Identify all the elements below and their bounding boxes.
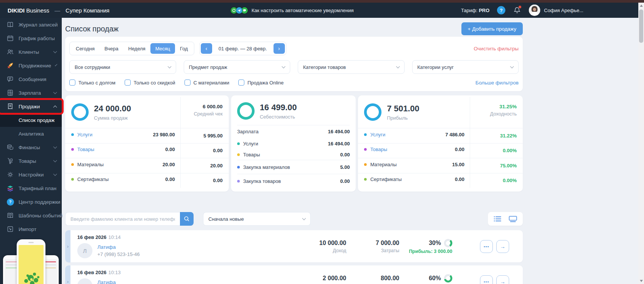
dot-icon <box>364 133 367 136</box>
scroll-up-icon[interactable] <box>640 5 643 7</box>
handtruck-icon <box>6 157 14 165</box>
cost-card: 16 499.00Себестоимость Зарплата16 494.00… <box>231 95 356 192</box>
chevron-down-icon <box>167 64 171 68</box>
sidebar-item-promotion[interactable]: Продвижение <box>0 59 62 72</box>
sales-sum-card: 24 000.00Сумма продаж 6 000.00Средний че… <box>65 95 229 192</box>
sale-date: 16 фев 2026 <box>77 234 106 240</box>
avatar <box>529 5 540 16</box>
sidebar-item-tariff-plan[interactable]: Тарифный план <box>0 181 62 195</box>
expand-row-handle[interactable]: › <box>65 230 70 262</box>
checkbox-with-debt[interactable]: Только с долгом <box>69 80 116 86</box>
costs-value: 800.00 <box>346 275 399 282</box>
brand-dikidi: DIKIDI <box>8 7 25 14</box>
scrollbar-thumb[interactable] <box>639 9 643 43</box>
card-row: Сертификаты0.00 <box>358 173 470 186</box>
clear-filters-link[interactable]: Очистить фильтры <box>474 46 519 51</box>
row-open-button[interactable]: → <box>496 240 509 253</box>
sidebar-item-sales[interactable]: Продажи <box>0 100 62 113</box>
sidebar-item-salary[interactable]: Зарплата <box>0 86 62 100</box>
receipt-icon <box>6 103 14 110</box>
profit-percent: 30% <box>429 240 441 247</box>
dot-icon <box>237 166 240 169</box>
notifications-bell-icon[interactable] <box>513 6 521 14</box>
sale-date: 16 фев 2026 <box>77 270 106 275</box>
list-view-icon[interactable] <box>494 216 502 222</box>
sidebar-item-journal[interactable]: Журнал записей <box>0 18 62 31</box>
dot-icon <box>71 148 74 151</box>
chevron-up-icon <box>53 105 57 109</box>
date-range-text[interactable]: 01 февр. — 28 февр. <box>212 46 274 51</box>
chevron-down-icon <box>396 64 400 68</box>
help-icon[interactable]: ? <box>497 6 505 14</box>
sidebar-item-finance[interactable]: Финансы <box>0 140 62 154</box>
income-value: 10 000.00 <box>274 240 346 247</box>
scroll-down-icon[interactable] <box>640 280 643 282</box>
card-row: Материалы20.00 <box>65 158 180 170</box>
app-promo-image <box>0 239 62 284</box>
expand-row-handle[interactable]: › <box>65 265 70 284</box>
row-more-button[interactable]: ••• <box>480 275 493 284</box>
row-open-button[interactable]: → <box>496 275 509 284</box>
period-today[interactable]: Сегодня <box>71 43 100 54</box>
period-week[interactable]: Неделя <box>123 43 150 54</box>
card-row: Товары0.00 <box>358 143 470 156</box>
period-month[interactable]: Месяц <box>150 43 175 54</box>
tariff-label[interactable]: Тариф: PRO <box>461 8 489 13</box>
page-title: Список продаж <box>65 25 119 33</box>
sale-subject-select[interactable]: Предмет продаж <box>184 60 291 74</box>
search-button[interactable] <box>180 212 194 226</box>
calendar-icon <box>6 34 14 42</box>
sales-sum-value: 24 000.00 <box>94 104 131 114</box>
user-menu[interactable]: София Арефье... <box>529 5 583 16</box>
prev-period-button[interactable]: ‹ <box>201 43 212 54</box>
topbar: DIKIDI Business — Супер Компания Как нас… <box>0 3 638 18</box>
dot-icon <box>71 163 74 166</box>
card-view-icon[interactable] <box>509 216 517 222</box>
sidebar-item-goods[interactable]: Товары <box>0 154 62 168</box>
row-more-button[interactable]: ••• <box>480 240 493 253</box>
chevron-down-icon <box>282 64 286 68</box>
sidebar-item-import[interactable]: Импорт <box>0 222 62 236</box>
sidebar-item-event-templates[interactable]: Шаблоны событий <box>0 209 62 222</box>
period-year[interactable]: Год <box>175 43 193 54</box>
card-row: Товары0.00 <box>65 143 180 156</box>
more-filters-link[interactable]: Больше фильтров <box>475 80 519 86</box>
brand-business: Business <box>26 7 49 14</box>
coins-icon <box>6 144 14 151</box>
notification-banner[interactable]: Как настроить автоматические уведомления <box>232 7 354 14</box>
period-yesterday[interactable]: Вчера <box>100 43 123 54</box>
income-value: 2 000.00 <box>274 275 346 282</box>
sort-select[interactable]: Сначала новые <box>203 212 311 226</box>
templates-icon <box>6 212 14 219</box>
notice-text: Как настроить автоматические уведомления <box>252 8 354 13</box>
sidebar-item-schedule[interactable]: График работы <box>0 31 62 45</box>
checkbox-online-sale[interactable]: Продажа Online <box>238 80 283 86</box>
sidebar-item-analytics[interactable]: Аналитика <box>0 127 62 140</box>
checkbox-with-discount[interactable]: Только со скидкой <box>125 80 175 86</box>
sidebar-item-messages[interactable]: Сообщения <box>0 72 62 86</box>
search-input[interactable] <box>65 212 180 226</box>
sidebar-item-clients[interactable]: Клиенты <box>0 45 62 59</box>
goods-categories-select[interactable]: Категории товаров <box>298 60 405 74</box>
employees-select[interactable]: Все сотрудники <box>69 60 176 74</box>
profit-card: 7 501.00Прибыль 31.25%Доходность Услуги7… <box>358 95 523 192</box>
company-name[interactable]: Супер Компания <box>66 7 109 14</box>
dot-icon <box>237 153 240 156</box>
costs-value: 7 000.00 <box>346 240 399 247</box>
service-categories-select[interactable]: Категории услуг <box>412 60 519 74</box>
chevron-down-icon <box>53 172 57 176</box>
next-period-button[interactable]: › <box>274 43 285 54</box>
page-scrollbar[interactable] <box>638 3 644 284</box>
telegram-icon <box>236 7 242 14</box>
donut-ring-icon <box>71 103 89 121</box>
brand-logo[interactable]: DIKIDI Business — Супер Компания <box>8 7 109 14</box>
sidebar-item-sales-list[interactable]: Список продаж <box>0 113 62 127</box>
gear-icon <box>6 171 14 178</box>
client-name-link[interactable]: Латифа <box>97 279 140 284</box>
sidebar-item-support[interactable]: ? Центр поддержки <box>0 195 62 209</box>
add-sale-button[interactable]: + Добавить продажу <box>461 22 523 35</box>
client-name-link[interactable]: Латифа <box>97 244 140 250</box>
dot-icon <box>237 180 240 183</box>
checkbox-with-materials[interactable]: С материалами <box>184 80 230 86</box>
sidebar-item-settings[interactable]: Настройки <box>0 168 62 181</box>
